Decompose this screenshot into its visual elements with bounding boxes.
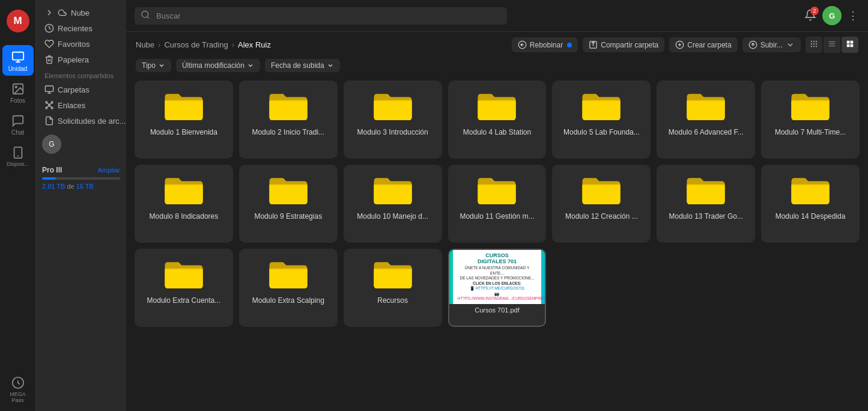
folder-card-f10[interactable]: Modulo 10 Manejo d... xyxy=(344,165,442,243)
view-grid-small-button[interactable] xyxy=(806,37,822,53)
svg-rect-42 xyxy=(851,44,854,47)
folder-icon xyxy=(267,173,309,206)
folder-name: Modulo 9 Estrategias xyxy=(254,212,322,221)
folder-icon xyxy=(789,89,831,122)
filter-modificacion-button[interactable]: Última modificación xyxy=(176,59,260,72)
view-list-button[interactable] xyxy=(824,37,840,53)
folder-card-f14[interactable]: Modulo 14 Despedida xyxy=(761,165,860,243)
folder-name: Modulo 5 Lab Founda... xyxy=(563,128,640,136)
mega-logo-button[interactable]: M xyxy=(2,4,34,41)
pdf-preview: CURSOSDIGITALES 701 ÚNETE A NUESTRA COMU… xyxy=(449,250,545,304)
folder-card-f9[interactable]: Modulo 9 Estrategias xyxy=(239,165,338,243)
folder-card-f11[interactable]: Modulo 11 Gestión m... xyxy=(448,165,547,243)
storage-bar xyxy=(42,177,120,180)
folder-card-f7[interactable]: Modulo 7 Multi-Time... xyxy=(761,81,860,159)
svg-line-13 xyxy=(46,103,49,105)
sidebar-item-nube[interactable]: Nube xyxy=(36,5,126,20)
sidebar-item-mega-pass[interactable]: MEGAPass xyxy=(2,371,34,407)
sidebar-footer-section: G xyxy=(36,129,126,166)
svg-rect-34 xyxy=(813,46,815,47)
folder-icon xyxy=(685,173,727,206)
breadcrumb-cursos[interactable]: Cursos de Trading xyxy=(164,40,228,49)
search-input[interactable] xyxy=(135,7,507,25)
folder-icon xyxy=(267,89,309,122)
folder-name: Modulo Extra Scalping xyxy=(252,296,324,305)
sidebar-item-enlaces[interactable]: Enlaces xyxy=(36,97,126,113)
folder-card-f17[interactable]: Recursos xyxy=(344,249,442,327)
folder-card-f13[interactable]: Modulo 13 Trader Go... xyxy=(657,165,755,243)
folder-card-f8[interactable]: Modulo 8 Indicadores xyxy=(135,165,233,243)
svg-point-8 xyxy=(49,105,50,106)
files-grid: Modulo 1 Bienvenida Modulo 2 Inicio Trad… xyxy=(126,77,868,411)
sidebar-item-fotos[interactable]: Fotos xyxy=(2,77,34,108)
compartir-button[interactable]: Compartir carpeta xyxy=(583,37,664,52)
sidebar-item-recientes[interactable]: Recientes xyxy=(36,20,126,36)
folder-name: Modulo 2 Inicio Tradi... xyxy=(252,128,324,136)
rebobinar-dot xyxy=(567,43,572,47)
svg-line-18 xyxy=(147,17,149,19)
folder-name: Modulo 14 Despedida xyxy=(775,212,846,221)
notification-badge: 2 xyxy=(810,7,819,15)
breadcrumb-row: Nube › Cursos de Trading › Alex Ruiz Reb… xyxy=(126,32,868,56)
more-options-button[interactable]: ⋮ xyxy=(848,9,858,22)
sidebar-storage-section: Pro III Ampliar 2.81 TB de 16 TB xyxy=(36,166,126,196)
svg-point-12 xyxy=(51,107,53,109)
folder-name: Modulo Extra Cuenta... xyxy=(147,296,221,305)
top-bar-right: 2 G ⋮ xyxy=(804,6,858,25)
sidebar-item-carpetas[interactable]: Carpetas xyxy=(36,82,126,97)
narrow-icon-bar: M Unidad Fotos Chat xyxy=(0,0,36,411)
user-avatar-button[interactable]: G xyxy=(822,6,842,25)
folder-icon xyxy=(789,173,831,206)
folder-card-f12[interactable]: Modulo 12 Creación ... xyxy=(552,165,651,243)
folder-card-f5[interactable]: Modulo 5 Lab Founda... xyxy=(552,81,651,159)
rebobinar-button[interactable]: Rebobinar xyxy=(512,37,578,52)
folder-card-f6[interactable]: Modulo 6 Advanced F... xyxy=(657,81,755,159)
actions-row: Rebobinar Compartir carpeta Crear carpet… xyxy=(512,37,858,53)
file-card-pdf1[interactable]: CURSOSDIGITALES 701 ÚNETE A NUESTRA COMU… xyxy=(448,249,547,327)
crear-carpeta-button[interactable]: Crear carpeta xyxy=(669,37,737,52)
filter-tipo-button[interactable]: Tipo xyxy=(136,59,171,72)
filter-row: Tipo Última modificación Fecha de subida xyxy=(126,56,868,77)
folder-card-f2[interactable]: Modulo 2 Inicio Tradi... xyxy=(239,81,338,159)
folder-name: Modulo 7 Multi-Time... xyxy=(775,128,846,136)
left-panel: M Unidad Fotos Chat xyxy=(0,0,126,411)
breadcrumb-nube[interactable]: Nube xyxy=(136,40,154,49)
folder-icon xyxy=(372,257,414,290)
folder-icon xyxy=(163,173,205,206)
svg-point-10 xyxy=(51,102,53,103)
svg-line-15 xyxy=(46,106,49,107)
svg-point-2 xyxy=(15,86,17,88)
sidebar-item-papelera[interactable]: Papelera xyxy=(36,52,126,67)
folder-card-f15[interactable]: Modulo Extra Cuenta... xyxy=(135,249,233,327)
svg-rect-27 xyxy=(811,41,812,42)
breadcrumb: Nube › Cursos de Trading › Alex Ruiz xyxy=(136,40,271,49)
subir-button[interactable]: Subir... xyxy=(742,37,801,52)
folder-icon xyxy=(267,257,309,290)
folder-name: Modulo 8 Indicadores xyxy=(150,212,219,221)
folder-card-f16[interactable]: Modulo Extra Scalping xyxy=(239,249,338,327)
folder-name: Modulo 12 Creación ... xyxy=(565,212,638,221)
sidebar-tree: Nube Recientes Favoritos Papelera xyxy=(36,0,126,411)
sidebar-item-unidad[interactable]: Unidad xyxy=(2,45,34,76)
folder-name: Modulo 6 Advanced F... xyxy=(669,128,744,136)
sidebar-item-dispositivos[interactable]: Disposi... xyxy=(2,141,34,171)
sidebar-item-favoritos[interactable]: Favoritos xyxy=(36,36,126,52)
svg-rect-31 xyxy=(813,43,815,44)
grid-container: Modulo 1 Bienvenida Modulo 2 Inicio Trad… xyxy=(135,81,860,327)
notifications-button[interactable]: 2 xyxy=(804,9,816,23)
folder-name: Modulo 1 Bienvenida xyxy=(150,128,217,136)
sidebar-item-chat[interactable]: Chat xyxy=(2,109,34,139)
folder-card-f1[interactable]: Modulo 1 Bienvenida xyxy=(135,81,233,159)
folder-card-f4[interactable]: Modulo 4 Lab Station xyxy=(448,81,547,159)
storage-text: 2.81 TB de 16 TB xyxy=(42,183,120,190)
svg-line-14 xyxy=(49,103,52,105)
folder-icon xyxy=(163,257,205,290)
view-grid-large-button[interactable] xyxy=(842,37,858,53)
folder-icon xyxy=(372,89,414,122)
svg-point-9 xyxy=(46,102,47,103)
svg-rect-30 xyxy=(811,43,812,44)
sidebar-item-solicitudes[interactable]: Solicitudes de arc... xyxy=(36,113,126,129)
folder-icon xyxy=(476,173,518,206)
filter-fecha-subida-button[interactable]: Fecha de subida xyxy=(265,59,340,72)
folder-card-f3[interactable]: Modulo 3 Introducción xyxy=(344,81,442,159)
